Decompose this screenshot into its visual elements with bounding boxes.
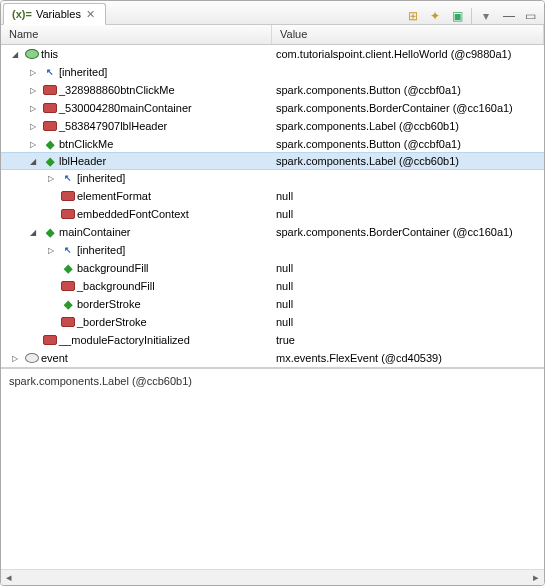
tree-row[interactable]: ▷↖[inherited]: [1, 241, 544, 259]
column-header-name[interactable]: Name: [1, 25, 272, 44]
expand-icon[interactable]: ▷: [27, 138, 39, 150]
package-field-icon: [61, 281, 75, 291]
tree-row[interactable]: embeddedFontContextnull: [1, 205, 544, 223]
detail-pane[interactable]: spark.components.Label (@ccb60b1): [1, 367, 544, 569]
tree-row[interactable]: ◆borderStrokenull: [1, 295, 544, 313]
name-cell: ▷_583847907lblHeader: [1, 120, 272, 132]
inherited-icon: ↖: [61, 171, 75, 185]
name-cell: ◆backgroundFill: [1, 261, 272, 275]
scroll-right-button[interactable]: ▸: [528, 570, 544, 586]
tree-row[interactable]: ▷_530004280mainContainerspark.components…: [1, 99, 544, 117]
variable-value: true: [272, 334, 544, 346]
scroll-left-button[interactable]: ◂: [1, 570, 17, 586]
variable-value: null: [272, 262, 544, 274]
name-cell: ◢◆lblHeader: [1, 154, 272, 168]
variable-name: mainContainer: [57, 226, 131, 238]
collapse-icon[interactable]: ◢: [9, 48, 21, 60]
property-icon: ◆: [43, 137, 57, 151]
property-icon: ◆: [61, 261, 75, 275]
column-header-value[interactable]: Value: [272, 25, 544, 44]
tree-row[interactable]: ◢thiscom.tutorialspoint.client.HelloWorl…: [1, 45, 544, 63]
name-cell: ◢this: [1, 48, 272, 60]
tab-title: Variables: [36, 8, 81, 20]
name-cell: ◢◆mainContainer: [1, 225, 272, 239]
detail-text: spark.components.Label (@ccb60b1): [9, 375, 192, 387]
tab-variables[interactable]: (x)= Variables ✕: [3, 3, 106, 25]
variable-name: elementFormat: [75, 190, 151, 202]
package-field-icon: [43, 103, 57, 113]
variable-value: spark.components.Button (@ccbf0a1): [272, 138, 544, 150]
variable-value: spark.components.BorderContainer (@cc160…: [272, 102, 544, 114]
variable-value: spark.components.Label (@ccb60b1): [272, 155, 544, 167]
tree-row[interactable]: ▷↖[inherited]: [1, 169, 544, 187]
table-header: Name Value: [1, 25, 544, 45]
this-variable-icon: [25, 49, 39, 59]
name-cell: _backgroundFill: [1, 280, 272, 292]
horizontal-scrollbar[interactable]: ◂ ▸: [1, 569, 544, 585]
inherited-icon: ↖: [43, 65, 57, 79]
name-cell: ▷_530004280mainContainer: [1, 102, 272, 114]
maximize-view-button[interactable]: ▭: [522, 8, 538, 24]
variable-value: null: [272, 280, 544, 292]
tree-row[interactable]: _borderStrokenull: [1, 313, 544, 331]
close-tab-icon[interactable]: ✕: [85, 8, 97, 20]
variable-value: null: [272, 316, 544, 328]
expand-icon[interactable]: ▷: [9, 352, 21, 364]
local-variable-icon: [25, 353, 39, 363]
variable-value: spark.components.Button (@ccbf0a1): [272, 84, 544, 96]
tree-row[interactable]: ◆backgroundFillnull: [1, 259, 544, 277]
name-cell: ▷◆btnClickMe: [1, 137, 272, 151]
package-field-icon: [43, 121, 57, 131]
name-cell: _borderStroke: [1, 316, 272, 328]
name-cell: ◆borderStroke: [1, 297, 272, 311]
variable-name: [inherited]: [57, 66, 107, 78]
variable-name: backgroundFill: [75, 262, 149, 274]
minimize-view-button[interactable]: —: [500, 8, 516, 24]
name-cell: ▷↖[inherited]: [1, 65, 272, 79]
tree-row[interactable]: ◢◆lblHeaderspark.components.Label (@ccb6…: [1, 152, 544, 170]
variable-name: borderStroke: [75, 298, 141, 310]
expand-icon[interactable]: ▷: [45, 244, 57, 256]
property-icon: ◆: [43, 154, 57, 168]
tree-row[interactable]: ◢◆mainContainerspark.components.BorderCo…: [1, 223, 544, 241]
package-field-icon: [43, 85, 57, 95]
variable-name: __moduleFactoryInitialized: [57, 334, 190, 346]
variable-value: spark.components.BorderContainer (@cc160…: [272, 226, 544, 238]
tree-row[interactable]: ▷◆btnClickMespark.components.Button (@cc…: [1, 135, 544, 153]
name-cell: ▷event: [1, 352, 272, 364]
variable-value: null: [272, 190, 544, 202]
toolbar-separator: [471, 8, 472, 24]
tree-row[interactable]: ▷_583847907lblHeaderspark.components.Lab…: [1, 117, 544, 135]
collapse-icon[interactable]: ◢: [27, 226, 39, 238]
collapse-icon[interactable]: ◢: [27, 155, 39, 167]
name-cell: __moduleFactoryInitialized: [1, 334, 272, 346]
variable-name: _583847907lblHeader: [57, 120, 167, 132]
view-menu-button[interactable]: ▾: [478, 8, 494, 24]
expand-icon[interactable]: ▷: [27, 102, 39, 114]
variables-tree[interactable]: ◢thiscom.tutorialspoint.client.HelloWorl…: [1, 45, 544, 367]
name-cell: embeddedFontContext: [1, 208, 272, 220]
tree-row[interactable]: __moduleFactoryInitializedtrue: [1, 331, 544, 349]
add-watch-expression-button[interactable]: ✦: [427, 8, 443, 24]
expand-icon[interactable]: ▷: [45, 172, 57, 184]
variable-name: this: [39, 48, 58, 60]
inherited-icon: ↖: [61, 243, 75, 257]
tree-row[interactable]: ▷_328988860btnClickMespark.components.Bu…: [1, 81, 544, 99]
expand-icon[interactable]: ▷: [27, 120, 39, 132]
variable-name: _backgroundFill: [75, 280, 155, 292]
variable-name: _borderStroke: [75, 316, 147, 328]
variable-value: spark.components.Label (@ccb60b1): [272, 120, 544, 132]
variable-value: null: [272, 208, 544, 220]
collapse-all-button[interactable]: ▣: [449, 8, 465, 24]
package-field-icon: [43, 335, 57, 345]
variable-name: btnClickMe: [57, 138, 113, 150]
property-icon: ◆: [61, 297, 75, 311]
variable-name: _328988860btnClickMe: [57, 84, 175, 96]
tree-row[interactable]: ▷↖[inherited]: [1, 63, 544, 81]
tree-row[interactable]: ▷eventmx.events.FlexEvent (@cd40539): [1, 349, 544, 367]
expand-icon[interactable]: ▷: [27, 66, 39, 78]
tree-row[interactable]: elementFormatnull: [1, 187, 544, 205]
show-logical-structure-button[interactable]: ⊞: [405, 8, 421, 24]
tree-row[interactable]: _backgroundFillnull: [1, 277, 544, 295]
expand-icon[interactable]: ▷: [27, 84, 39, 96]
